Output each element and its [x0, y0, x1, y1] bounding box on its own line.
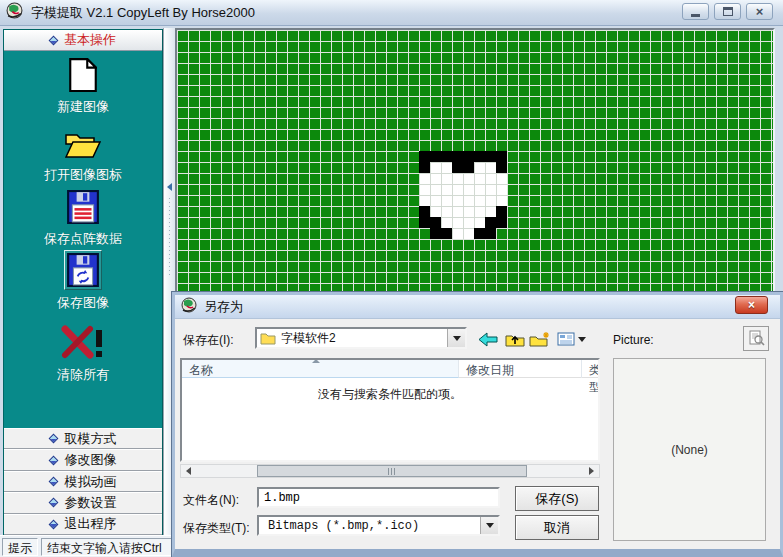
maximize-button[interactable]: [714, 3, 741, 20]
heart-pixel[interactable]: [463, 151, 474, 162]
heart-pixel[interactable]: [474, 206, 485, 217]
heart-pixel[interactable]: [430, 173, 441, 184]
heart-pixel[interactable]: [452, 228, 463, 239]
heart-pixel[interactable]: [430, 217, 441, 228]
heart-pixel[interactable]: [430, 151, 441, 162]
minimize-button[interactable]: [682, 3, 709, 20]
heart-pixel[interactable]: [485, 151, 496, 162]
heart-pixel[interactable]: [441, 195, 452, 206]
heart-pixel[interactable]: [463, 173, 474, 184]
filename-input[interactable]: 1.bmp: [257, 487, 500, 508]
heart-pixel[interactable]: [441, 151, 452, 162]
heart-pixel[interactable]: [419, 173, 430, 184]
heart-pixel[interactable]: [419, 162, 430, 173]
heart-pixel[interactable]: [419, 184, 430, 195]
heart-pixel[interactable]: [463, 228, 474, 239]
heart-pixel[interactable]: [485, 173, 496, 184]
heart-pixel[interactable]: [452, 195, 463, 206]
heart-pixel[interactable]: [496, 195, 507, 206]
heart-pixel[interactable]: [474, 162, 485, 173]
heart-pixel[interactable]: [452, 217, 463, 228]
heart-pixel[interactable]: [430, 162, 441, 173]
heart-pixel[interactable]: [463, 217, 474, 228]
cancel-button[interactable]: 取消: [515, 515, 599, 540]
heart-pixel[interactable]: [441, 217, 452, 228]
filetype-combobox[interactable]: Bitmaps (*.bmp,*.ico): [257, 515, 500, 536]
close-button[interactable]: ×: [746, 3, 773, 20]
heart-pixel[interactable]: [452, 151, 463, 162]
heart-pixel[interactable]: [419, 151, 430, 162]
heart-pixel[interactable]: [485, 206, 496, 217]
up-one-level-button[interactable]: [503, 328, 527, 350]
horizontal-scrollbar[interactable]: [180, 464, 600, 478]
column-header-name[interactable]: 名称: [182, 360, 459, 378]
heart-pixel[interactable]: [463, 184, 474, 195]
heart-pixel[interactable]: [452, 184, 463, 195]
save-in-dropdown-button[interactable]: [447, 329, 465, 347]
tool-new-image[interactable]: 新建图像: [4, 56, 162, 116]
heart-pixel[interactable]: [474, 217, 485, 228]
scroll-left-button[interactable]: [181, 465, 196, 477]
heart-pixel[interactable]: [430, 228, 441, 239]
heart-pixel[interactable]: [463, 206, 474, 217]
heart-pixel[interactable]: [474, 228, 485, 239]
scroll-right-button[interactable]: [584, 465, 599, 477]
heart-pixel[interactable]: [452, 173, 463, 184]
heart-pixel[interactable]: [474, 151, 485, 162]
save-button[interactable]: 保存(S): [515, 486, 599, 511]
preview-button[interactable]: [743, 326, 769, 351]
file-list[interactable]: 名称 修改日期 类型 没有与搜索条件匹配的项。: [180, 358, 600, 462]
heart-pixel[interactable]: [474, 195, 485, 206]
heart-pixel[interactable]: [496, 184, 507, 195]
tool-clear-all[interactable]: 清除所有: [4, 320, 162, 384]
heart-pixel[interactable]: [430, 195, 441, 206]
menu-exit-program[interactable]: 退出程序: [4, 514, 162, 535]
heart-pixel[interactable]: [430, 206, 441, 217]
heart-pixel[interactable]: [496, 206, 507, 217]
dialog-close-button[interactable]: ×: [735, 296, 768, 314]
chevron-down-icon: [486, 523, 494, 528]
menu-parameter-settings[interactable]: 参数设置: [4, 492, 162, 513]
heart-pixel[interactable]: [441, 228, 452, 239]
sidebar-header[interactable]: 基本操作: [4, 30, 162, 51]
scrollbar-thumb[interactable]: [257, 465, 527, 477]
heart-pixel[interactable]: [419, 195, 430, 206]
column-header-type[interactable]: 类型: [582, 360, 600, 378]
menu-simulate-animation[interactable]: 模拟动画: [4, 471, 162, 492]
title-bar[interactable]: 字模提取 V2.1 CopyLeft By Horse2000 ×: [0, 0, 783, 26]
heart-pixel[interactable]: [485, 228, 496, 239]
heart-pixel[interactable]: [452, 162, 463, 173]
heart-pixel[interactable]: [452, 206, 463, 217]
heart-pixel[interactable]: [441, 162, 452, 173]
filetype-dropdown-button[interactable]: [480, 517, 498, 534]
heart-pixel[interactable]: [441, 184, 452, 195]
heart-pixel[interactable]: [441, 206, 452, 217]
heart-pixel[interactable]: [419, 206, 430, 217]
heart-pixel[interactable]: [496, 173, 507, 184]
view-menu-button[interactable]: [554, 328, 588, 350]
heart-pixel[interactable]: [485, 184, 496, 195]
heart-pixel[interactable]: [496, 217, 507, 228]
heart-pixel[interactable]: [496, 162, 507, 173]
heart-pixel[interactable]: [485, 217, 496, 228]
heart-pixel[interactable]: [474, 173, 485, 184]
heart-pixel[interactable]: [463, 162, 474, 173]
back-button[interactable]: [476, 328, 500, 350]
heart-pixel[interactable]: [463, 195, 474, 206]
save-in-combobox[interactable]: 字模软件2: [255, 327, 467, 349]
heart-pixel[interactable]: [441, 173, 452, 184]
new-folder-button[interactable]: [528, 328, 552, 350]
heart-pixel[interactable]: [474, 184, 485, 195]
tool-save-image[interactable]: 保存图像: [4, 250, 162, 312]
tool-open-image[interactable]: 打开图像图标: [4, 126, 162, 184]
heart-pixel[interactable]: [485, 195, 496, 206]
heart-pixel[interactable]: [430, 184, 441, 195]
heart-pixel[interactable]: [496, 151, 507, 162]
menu-modify-image[interactable]: 修改图像: [4, 449, 162, 470]
menu-extraction-mode[interactable]: 取模方式: [4, 428, 162, 449]
heart-pixel[interactable]: [485, 162, 496, 173]
column-header-date-modified[interactable]: 修改日期: [459, 360, 582, 378]
dialog-title-bar[interactable]: 另存为 ×: [175, 295, 780, 319]
heart-pixel[interactable]: [419, 217, 430, 228]
tool-save-dot-matrix[interactable]: 保存点阵数据: [4, 188, 162, 248]
